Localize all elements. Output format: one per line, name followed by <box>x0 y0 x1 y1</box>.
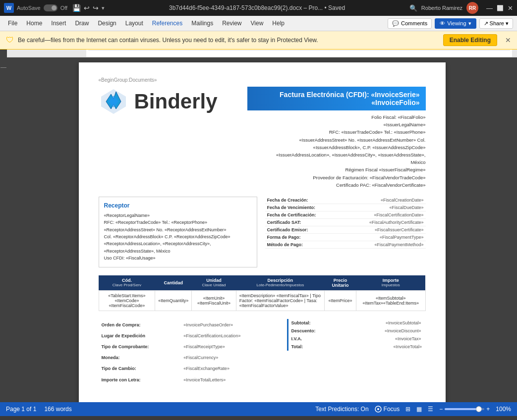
document-area[interactable]: «BeginGroup:Documents» Binderly <box>7 57 517 402</box>
receptor-line: «ReceptorAddressStreet» No. «ReceptorAdd… <box>104 226 252 233</box>
dates-box: Fecha de Creación: «FiscalCreationDate» … <box>265 197 426 267</box>
share-chevron-icon: ▾ <box>506 20 509 26</box>
ribbon: File Home Insert Draw Design Layout Refe… <box>0 16 517 31</box>
items-table: Cód.Clave Prod/Serv Cantidad UnidadClave… <box>99 275 426 311</box>
title-bar-left: W AutoSave Off 💾 ↩ ↪ ▾ <box>4 3 105 13</box>
table-header: Cantidad <box>155 275 192 291</box>
date-row: Certificado Emisor: «FiscalIssuerCertifi… <box>265 226 426 233</box>
company-name: Binderly <box>134 90 218 113</box>
protected-view-bar: 🛡 Be careful—files from the Internet can… <box>0 31 517 50</box>
item-desc-cell: «ItemDescription» «ItemFiscalTax» | Tipo… <box>236 290 324 311</box>
address-2: «IssuerAddressBlock», C.P. «IssuerAddres… <box>247 144 426 151</box>
ruler-marks <box>88 50 510 57</box>
receptor-line: «ReceptorLegalName» <box>104 212 252 219</box>
item-price-cell: «ItemPrice» <box>324 290 356 311</box>
purchase-row: Moneda: «FiscalCurrency» <box>100 353 278 363</box>
autosave-toggle[interactable] <box>44 4 57 11</box>
page-info: Page 1 of 1 <box>6 406 36 413</box>
comments-button[interactable]: 💬 Comments <box>388 18 432 29</box>
title-right: 🔍 Roberto Ramirez RR — ⬜ ✕ <box>409 2 513 14</box>
redo-icon[interactable]: ↪ <box>93 4 99 12</box>
date-row: Fecha de Certificación: «FiscalCertifica… <box>265 211 426 218</box>
receptor-box: Receptor «ReceptorLegalName»RFC: «Recept… <box>99 197 257 267</box>
zoom-plus[interactable]: + <box>486 406 490 413</box>
bottom-section: Orden de Compra: «InvoicePurchaseOrder» … <box>99 319 426 386</box>
purchase-row: Tipo de Cambio: «FiscalExchangeRate» <box>100 364 278 373</box>
main-area: «BeginGroup:Documents» Binderly <box>0 57 517 402</box>
total-row: Descuento: «InvoiceDiscount» <box>287 327 425 335</box>
undo-icon[interactable]: ↩ <box>84 4 90 12</box>
menu-home[interactable]: Home <box>22 18 46 29</box>
table-header: ImporteImpuestos <box>356 275 425 291</box>
menu-help[interactable]: Help <box>268 18 288 29</box>
table-header: Precio Unitario <box>324 275 356 291</box>
protected-bar-close[interactable]: ✕ <box>505 36 511 44</box>
proveedor: Proveedor de Facturación: «FiscalVendorT… <box>247 174 426 181</box>
zoom-level: 100% <box>496 406 511 413</box>
purchase-row: Tipo de Comprobante: «FiscalReceiptType» <box>100 342 278 352</box>
toggle-knob <box>52 5 57 10</box>
enable-editing-button[interactable]: Enable Editing <box>443 34 497 46</box>
layout-icon-2[interactable]: ▦ <box>416 406 422 413</box>
address-3: «IssuerAddressLocation», «IssuerAddressC… <box>247 151 426 158</box>
purchase-row: Importe con Letra: «InvoiceTotalLetters» <box>100 375 278 385</box>
layout-icon-3[interactable]: ☰ <box>428 406 433 413</box>
total-row: Subtotal: «InvoiceSubtotal» <box>287 319 425 327</box>
menu-insert[interactable]: Insert <box>47 18 70 29</box>
date-row: Forma de Pago: «FiscalPaymentType» <box>265 233 426 241</box>
totals-table: Subtotal: «InvoiceSubtotal» Descuento: «… <box>287 319 426 351</box>
minimize-btn[interactable]: — <box>486 4 493 12</box>
table-row: «TableStart:Items» «ItemCode» «ItemFisca… <box>99 290 425 311</box>
receptor-title: Receptor <box>104 202 252 209</box>
share-button[interactable]: ↗ Share ▾ <box>479 18 513 29</box>
menu-references[interactable]: References <box>148 18 186 29</box>
autosave-label: AutoSave <box>17 5 41 11</box>
restore-btn[interactable]: ⬜ <box>497 5 504 11</box>
status-right: Text Predictions: On Focus ⊞ ▦ ☰ − + 100… <box>315 406 511 413</box>
receptor-line: «ReceptorAddressLocation», «ReceptorAddr… <box>104 240 252 247</box>
document-title: 3b7d44d6-f5ee-4349-a187-573c0b8eac99(2).… <box>109 4 405 11</box>
item-unit-cell: «ItemUnit» «ItemFiscalUnit» <box>192 290 236 311</box>
table-header: DescripciónLote-Pedimento/Impuestos <box>236 275 324 291</box>
eye-icon: 👁 <box>440 20 445 26</box>
logo-container: Binderly <box>99 87 247 116</box>
viewing-button[interactable]: 👁 Viewing ▾ <box>435 18 476 29</box>
layout-icon-1[interactable]: ⊞ <box>405 406 410 413</box>
total-row: I.V.A. «InvoiceTax» <box>287 335 425 343</box>
invoice-details: Folio Fiscal: «FiscalFolio» «IssuerLegal… <box>247 113 426 189</box>
save-icon[interactable]: 💾 <box>72 4 81 12</box>
menu-draw[interactable]: Draw <box>71 18 93 29</box>
avatar[interactable]: RR <box>466 2 478 14</box>
total-row: Total: «InvoiceTotal» <box>287 343 425 351</box>
search-icon[interactable]: 🔍 <box>409 4 417 12</box>
receptor-line: «ReceptorAddressState», México <box>104 248 252 255</box>
focus-icon[interactable]: Focus <box>375 406 400 413</box>
date-row: Fecha de Vencimiento: «FiscalDueDate» <box>265 204 426 211</box>
item-subtotal-cell: «ItemSubtotal» «ItemTax»«TableEnd:Items» <box>356 290 425 311</box>
menu-layout[interactable]: Layout <box>121 18 147 29</box>
rfc-issuer: RFC: «IssuerTradeCode» Tel.: «IssuerPhon… <box>247 128 426 136</box>
ribbon-menu: File Home Insert Draw Design Layout Refe… <box>0 16 517 31</box>
zoom-slider[interactable]: − + <box>439 406 490 413</box>
zoom-minus[interactable]: − <box>439 406 443 413</box>
comment-icon: 💬 <box>392 20 399 27</box>
word-count: 166 words <box>44 406 71 413</box>
table-header: Cód.Clave Prod/Serv <box>99 275 155 291</box>
date-row: Fecha de Creación: «FiscalCreationDate» <box>265 197 426 204</box>
more-icon[interactable]: ▾ <box>102 5 105 11</box>
doc-header: Binderly Factura Electrónica (CFDI): «In… <box>99 87 426 189</box>
date-row: Certificado SAT: «FiscalAuthorityCertifi… <box>265 218 426 226</box>
receptor-content: «ReceptorLegalName»RFC: «ReceptorTradeCo… <box>104 212 252 262</box>
totals-box: Subtotal: «InvoiceSubtotal» Descuento: «… <box>287 319 426 386</box>
menu-review[interactable]: Review <box>218 18 245 29</box>
horizontal-ruler <box>7 50 517 57</box>
menu-file[interactable]: File <box>4 18 21 29</box>
zoom-track[interactable] <box>445 408 484 410</box>
close-btn[interactable]: ✕ <box>508 4 513 12</box>
regimen: Régimen Fiscal «IssuerFiscalRegime» <box>247 166 426 173</box>
menu-view[interactable]: View <box>247 18 268 29</box>
menu-mailings[interactable]: Mailings <box>187 18 217 29</box>
menu-design[interactable]: Design <box>94 18 120 29</box>
purchase-row: Lugar de Expedición «FiscalCertification… <box>100 331 278 341</box>
invoice-title-bar: Factura Electrónica (CFDI): «InvoiceSeri… <box>247 87 426 110</box>
